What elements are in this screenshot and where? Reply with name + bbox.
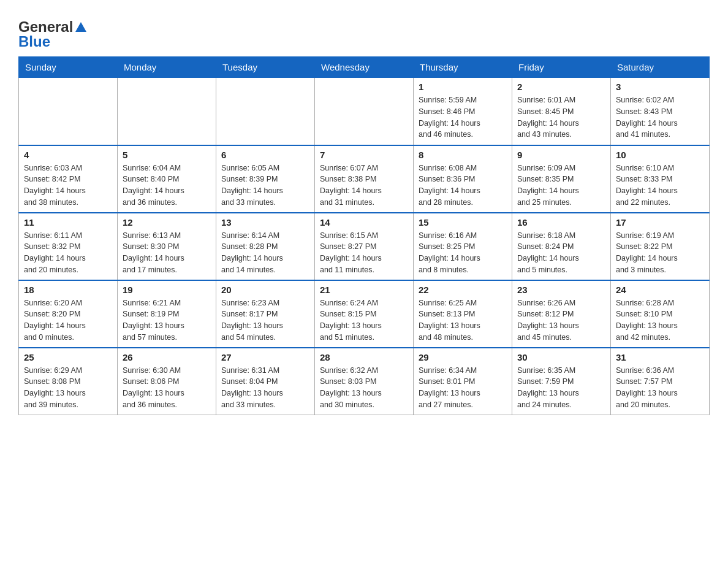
calendar-cell-15: 15Sunrise: 6:16 AM Sunset: 8:25 PM Dayli… (414, 213, 512, 280)
day-number: 30 (517, 352, 605, 362)
calendar-cell-16: 16Sunrise: 6:18 AM Sunset: 8:24 PM Dayli… (512, 213, 611, 280)
calendar-cell-2: 2Sunrise: 6:01 AM Sunset: 8:45 PM Daylig… (512, 78, 611, 145)
day-info: Sunrise: 6:13 AM Sunset: 8:30 PM Dayligh… (123, 230, 211, 276)
day-number: 24 (616, 285, 704, 295)
svg-marker-0 (75, 22, 86, 32)
calendar-cell-11: 11Sunrise: 6:11 AM Sunset: 8:32 PM Dayli… (19, 213, 118, 280)
day-number: 20 (221, 285, 309, 295)
day-number: 26 (123, 352, 211, 362)
calendar-cell-4: 4Sunrise: 6:03 AM Sunset: 8:42 PM Daylig… (19, 145, 118, 213)
day-info: Sunrise: 6:19 AM Sunset: 8:22 PM Dayligh… (616, 230, 704, 276)
day-number: 4 (24, 150, 112, 160)
calendar-cell-17: 17Sunrise: 6:19 AM Sunset: 8:22 PM Dayli… (611, 213, 710, 280)
day-info: Sunrise: 6:05 AM Sunset: 8:39 PM Dayligh… (221, 163, 309, 209)
day-number: 23 (517, 285, 605, 295)
calendar-cell-24: 24Sunrise: 6:28 AM Sunset: 8:10 PM Dayli… (611, 280, 710, 348)
day-info: Sunrise: 6:36 AM Sunset: 7:57 PM Dayligh… (616, 365, 704, 411)
calendar-cell-29: 29Sunrise: 6:34 AM Sunset: 8:01 PM Dayli… (414, 348, 512, 415)
calendar-cell-30: 30Sunrise: 6:35 AM Sunset: 7:59 PM Dayli… (512, 348, 611, 415)
weekday-header-saturday: Saturday (611, 57, 710, 78)
day-info: Sunrise: 6:23 AM Sunset: 8:17 PM Dayligh… (221, 297, 309, 343)
day-number: 31 (616, 352, 704, 362)
calendar-week-5: 25Sunrise: 6:29 AM Sunset: 8:08 PM Dayli… (19, 348, 710, 415)
day-info: Sunrise: 6:15 AM Sunset: 8:27 PM Dayligh… (320, 230, 408, 276)
weekday-header-sunday: Sunday (19, 57, 118, 78)
day-info: Sunrise: 6:32 AM Sunset: 8:03 PM Dayligh… (320, 365, 408, 411)
calendar-cell-27: 27Sunrise: 6:31 AM Sunset: 8:04 PM Dayli… (216, 348, 315, 415)
day-info: Sunrise: 6:09 AM Sunset: 8:35 PM Dayligh… (517, 163, 605, 209)
day-number: 6 (221, 150, 309, 160)
calendar-cell-1: 1Sunrise: 5:59 AM Sunset: 8:46 PM Daylig… (414, 78, 512, 145)
calendar-cell-10: 10Sunrise: 6:10 AM Sunset: 8:33 PM Dayli… (611, 145, 710, 213)
day-number: 8 (419, 150, 507, 160)
day-info: Sunrise: 6:34 AM Sunset: 8:01 PM Dayligh… (419, 365, 507, 411)
day-number: 14 (320, 217, 408, 228)
calendar-cell-9: 9Sunrise: 6:09 AM Sunset: 8:35 PM Daylig… (512, 145, 611, 213)
weekday-header-tuesday: Tuesday (216, 57, 315, 78)
calendar-cell-31: 31Sunrise: 6:36 AM Sunset: 7:57 PM Dayli… (611, 348, 710, 415)
calendar-week-1: 1Sunrise: 5:59 AM Sunset: 8:46 PM Daylig… (19, 78, 710, 145)
logo-blue-text: Blue (18, 33, 50, 50)
day-info: Sunrise: 6:18 AM Sunset: 8:24 PM Dayligh… (517, 230, 605, 276)
calendar-table: SundayMondayTuesdayWednesdayThursdayFrid… (18, 56, 710, 415)
calendar-cell-18: 18Sunrise: 6:20 AM Sunset: 8:20 PM Dayli… (19, 280, 118, 348)
calendar-cell-empty (216, 78, 315, 145)
day-number: 2 (517, 82, 605, 92)
day-info: Sunrise: 6:04 AM Sunset: 8:40 PM Dayligh… (123, 163, 211, 209)
day-number: 16 (517, 217, 605, 228)
day-number: 25 (24, 352, 112, 362)
calendar-cell-empty (118, 78, 216, 145)
calendar-week-3: 11Sunrise: 6:11 AM Sunset: 8:32 PM Dayli… (19, 213, 710, 280)
day-number: 22 (419, 285, 507, 295)
day-number: 1 (419, 82, 507, 92)
weekday-header-friday: Friday (512, 57, 611, 78)
day-info: Sunrise: 6:20 AM Sunset: 8:20 PM Dayligh… (24, 297, 112, 343)
day-info: Sunrise: 6:07 AM Sunset: 8:38 PM Dayligh… (320, 163, 408, 209)
day-number: 19 (123, 285, 211, 295)
day-number: 13 (221, 217, 309, 228)
day-info: Sunrise: 6:21 AM Sunset: 8:19 PM Dayligh… (123, 297, 211, 343)
day-info: Sunrise: 6:16 AM Sunset: 8:25 PM Dayligh… (419, 230, 507, 276)
day-number: 3 (616, 82, 704, 92)
day-number: 9 (517, 150, 605, 160)
day-info: Sunrise: 6:02 AM Sunset: 8:43 PM Dayligh… (616, 94, 704, 140)
weekday-header-wednesday: Wednesday (315, 57, 414, 78)
weekday-header-row: SundayMondayTuesdayWednesdayThursdayFrid… (19, 57, 710, 78)
day-number: 18 (24, 285, 112, 295)
calendar-week-2: 4Sunrise: 6:03 AM Sunset: 8:42 PM Daylig… (19, 145, 710, 213)
day-info: Sunrise: 6:28 AM Sunset: 8:10 PM Dayligh… (616, 297, 704, 343)
calendar-cell-5: 5Sunrise: 6:04 AM Sunset: 8:40 PM Daylig… (118, 145, 216, 213)
weekday-header-thursday: Thursday (414, 57, 512, 78)
day-info: Sunrise: 6:26 AM Sunset: 8:12 PM Dayligh… (517, 297, 605, 343)
day-number: 17 (616, 217, 704, 228)
calendar-cell-3: 3Sunrise: 6:02 AM Sunset: 8:43 PM Daylig… (611, 78, 710, 145)
day-info: Sunrise: 6:25 AM Sunset: 8:13 PM Dayligh… (419, 297, 507, 343)
day-number: 15 (419, 217, 507, 228)
day-info: Sunrise: 6:31 AM Sunset: 8:04 PM Dayligh… (221, 365, 309, 411)
day-number: 28 (320, 352, 408, 362)
day-number: 21 (320, 285, 408, 295)
day-info: Sunrise: 6:11 AM Sunset: 8:32 PM Dayligh… (24, 230, 112, 276)
day-number: 7 (320, 150, 408, 160)
calendar-cell-25: 25Sunrise: 6:29 AM Sunset: 8:08 PM Dayli… (19, 348, 118, 415)
day-number: 27 (221, 352, 309, 362)
calendar-cell-23: 23Sunrise: 6:26 AM Sunset: 8:12 PM Dayli… (512, 280, 611, 348)
calendar-cell-empty (315, 78, 414, 145)
calendar-cell-6: 6Sunrise: 6:05 AM Sunset: 8:39 PM Daylig… (216, 145, 315, 213)
day-number: 29 (419, 352, 507, 362)
day-number: 11 (24, 217, 112, 228)
day-info: Sunrise: 6:10 AM Sunset: 8:33 PM Dayligh… (616, 163, 704, 209)
calendar-cell-26: 26Sunrise: 6:30 AM Sunset: 8:06 PM Dayli… (118, 348, 216, 415)
logo: General Blue (18, 18, 87, 50)
weekday-header-monday: Monday (118, 57, 216, 78)
calendar-cell-8: 8Sunrise: 6:08 AM Sunset: 8:36 PM Daylig… (414, 145, 512, 213)
day-info: Sunrise: 6:01 AM Sunset: 8:45 PM Dayligh… (517, 94, 605, 140)
calendar-cell-21: 21Sunrise: 6:24 AM Sunset: 8:15 PM Dayli… (315, 280, 414, 348)
day-info: Sunrise: 5:59 AM Sunset: 8:46 PM Dayligh… (419, 94, 507, 140)
calendar-cell-20: 20Sunrise: 6:23 AM Sunset: 8:17 PM Dayli… (216, 280, 315, 348)
calendar-cell-28: 28Sunrise: 6:32 AM Sunset: 8:03 PM Dayli… (315, 348, 414, 415)
page-header: General Blue (18, 12, 710, 50)
calendar-cell-12: 12Sunrise: 6:13 AM Sunset: 8:30 PM Dayli… (118, 213, 216, 280)
day-info: Sunrise: 6:24 AM Sunset: 8:15 PM Dayligh… (320, 297, 408, 343)
day-info: Sunrise: 6:29 AM Sunset: 8:08 PM Dayligh… (24, 365, 112, 411)
